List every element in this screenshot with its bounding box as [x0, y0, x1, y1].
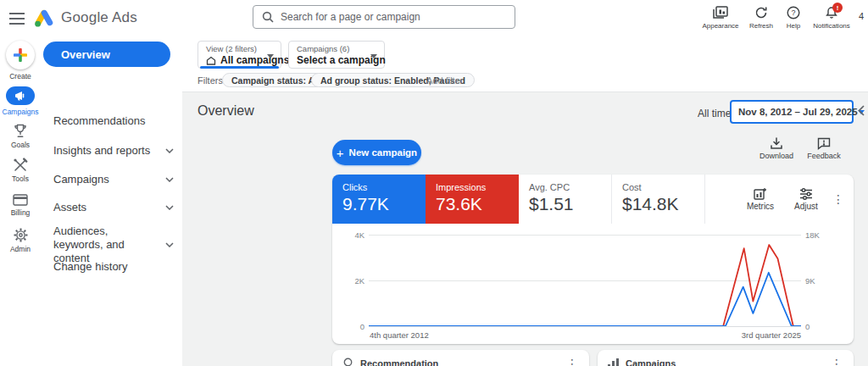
campaigns-chart-icon — [608, 358, 619, 366]
notifications-button[interactable]: ! Notifications — [810, 6, 854, 30]
nav-item-campaigns[interactable]: Campaigns — [53, 173, 174, 186]
google-ads-logo-icon — [34, 8, 54, 28]
metrics-label: Metrics — [747, 202, 774, 211]
chevron-down-icon — [165, 242, 174, 247]
appearance-icon — [713, 6, 728, 19]
nav-item-audiences-keywords-content[interactable]: Audiences, keywords, and content — [53, 225, 174, 265]
nav-item-assets[interactable]: Assets — [53, 201, 174, 214]
brand-name: Google Ads — [61, 9, 137, 26]
nav-item-overview[interactable]: Overview — [43, 42, 170, 67]
appearance-button[interactable]: Appearance — [701, 6, 740, 30]
svg-text:?: ? — [791, 8, 795, 17]
card-overflow-menu-icon[interactable]: ⋮ — [832, 192, 845, 206]
right-axis-tick: 0 — [805, 322, 810, 331]
new-campaign-label: New campaign — [349, 147, 418, 158]
left-rail: Create Campaigns Goals — [0, 37, 41, 366]
chevron-down-icon — [165, 205, 174, 210]
chevron-down-icon — [165, 148, 174, 153]
metric-card-clicks[interactable]: Clicks 9.77K — [332, 175, 426, 224]
search-icon — [262, 11, 274, 23]
plus-icon: + — [337, 147, 344, 159]
new-campaign-button[interactable]: + New campaign — [332, 140, 421, 165]
download-button[interactable]: Download — [758, 137, 795, 160]
dropdown-caret-icon — [370, 54, 377, 58]
rail-goals-label: Goals — [11, 141, 30, 149]
campaigns-card[interactable]: Campaigns ⋮ — [598, 350, 854, 366]
rail-item-tools[interactable]: Tools — [0, 158, 41, 183]
nav-item-insights-and-reports[interactable]: Insights and reports — [53, 144, 174, 158]
overview-chart: 4K 2K 0 18K 9K 0 4th quarter 2012 3rd qu… — [332, 224, 854, 344]
rail-billing-label: Billing — [11, 208, 31, 217]
main-content: Overview All time Nov 8, 2012 – Jul 29, … — [182, 92, 868, 366]
rail-item-goals[interactable]: Goals — [0, 124, 41, 149]
page-title: Overview — [198, 103, 254, 119]
google-ads-logo[interactable]: Google Ads — [34, 8, 137, 28]
right-axis-tick: 9K — [805, 276, 815, 286]
help-button[interactable]: ? Help — [779, 6, 808, 30]
metric-card-cost[interactable]: Cost $14.8K — [612, 175, 705, 224]
goals-trophy-icon — [13, 124, 28, 138]
clicks-value: 9.77K — [342, 194, 415, 214]
metric-card-impressions[interactable]: Impressions 73.6K — [426, 175, 519, 224]
card-overflow-menu-icon[interactable]: ⋮ — [830, 357, 843, 366]
edge-count: 4 — [859, 11, 864, 21]
rail-item-campaigns[interactable]: Campaigns — [0, 86, 41, 116]
search-input[interactable] — [281, 11, 492, 23]
create-plus-icon — [6, 41, 35, 69]
recommendation-card[interactable]: Recommendation ⋮ — [332, 350, 589, 366]
rail-item-admin[interactable]: Admin — [0, 228, 41, 253]
campaigns-card-title: Campaigns — [626, 358, 823, 366]
chevron-down-icon — [165, 177, 174, 182]
card-overflow-menu-icon[interactable]: ⋮ — [565, 357, 579, 366]
avg-cpc-value: $1.51 — [529, 194, 601, 214]
global-search[interactable] — [253, 5, 515, 29]
admin-gear-icon — [14, 228, 28, 242]
rail-item-billing[interactable]: Billing — [0, 194, 41, 217]
nav-item-recommendations[interactable]: Recommendations — [53, 114, 174, 128]
overview-card: Clicks 9.77K Impressions 73.6K Avg. CPC … — [332, 175, 854, 344]
date-range-preset[interactable]: All time — [698, 108, 731, 119]
rail-admin-label: Admin — [10, 245, 31, 253]
gridline — [369, 326, 801, 327]
feedback-button[interactable]: Feedback — [805, 137, 843, 160]
filters-label: Filters — [198, 75, 223, 86]
metric-strip: Clicks 9.77K Impressions 73.6K Avg. CPC … — [332, 175, 854, 224]
series-line-impressions — [369, 245, 801, 326]
download-icon — [770, 137, 783, 150]
date-range-selector[interactable]: Nov 8, 2012 – Jul 29, 2025 — [730, 100, 854, 124]
feedback-label: Feedback — [807, 152, 841, 160]
refresh-button[interactable]: Refresh — [743, 6, 779, 30]
nav-assets-label: Assets — [53, 201, 86, 214]
nav-overview-label: Overview — [61, 48, 110, 61]
metrics-icon — [754, 187, 767, 200]
notifications-badge: ! — [832, 3, 843, 13]
notifications-icon: ! — [825, 6, 838, 19]
metrics-button[interactable]: Metrics — [740, 187, 781, 211]
impressions-label: Impressions — [436, 182, 509, 192]
billing-card-icon — [13, 194, 28, 206]
menu-icon[interactable] — [8, 10, 25, 27]
left-axis-tick: 2K — [339, 276, 364, 286]
feedback-icon — [817, 137, 831, 150]
adjust-button[interactable]: Adjust — [786, 187, 826, 211]
collapse-panel-icon[interactable] — [858, 105, 865, 116]
rail-item-create[interactable]: Create — [0, 41, 41, 80]
home-icon — [206, 56, 216, 65]
add-filter-button[interactable]: Add filter — [426, 75, 463, 86]
rail-campaigns-label: Campaigns — [3, 108, 39, 116]
recommendation-card-title: Recommendation — [360, 358, 559, 366]
nav-campaigns-label: Campaigns — [53, 173, 109, 186]
view-dropdown-value: All campaigns — [220, 54, 289, 66]
x-axis-label-end: 3rd quarter 2025 — [369, 330, 801, 340]
help-icon: ? — [787, 6, 800, 19]
nav-item-change-history[interactable]: Change history — [53, 260, 174, 274]
series-line-clicks — [369, 273, 801, 326]
adjust-sliders-icon — [799, 187, 813, 200]
notifications-label: Notifications — [813, 22, 850, 30]
campaign-dropdown[interactable]: Campaigns (6) Select a campaign — [288, 41, 385, 69]
metric-card-avg-cpc[interactable]: Avg. CPC $1.51 — [519, 175, 612, 224]
recommendation-lightbulb-icon — [342, 358, 353, 366]
nav-audiences-label: Audiences, keywords, and content — [53, 225, 157, 265]
view-dropdown[interactable]: View (2 filters) All campaigns — [198, 41, 281, 69]
download-label: Download — [760, 152, 793, 160]
